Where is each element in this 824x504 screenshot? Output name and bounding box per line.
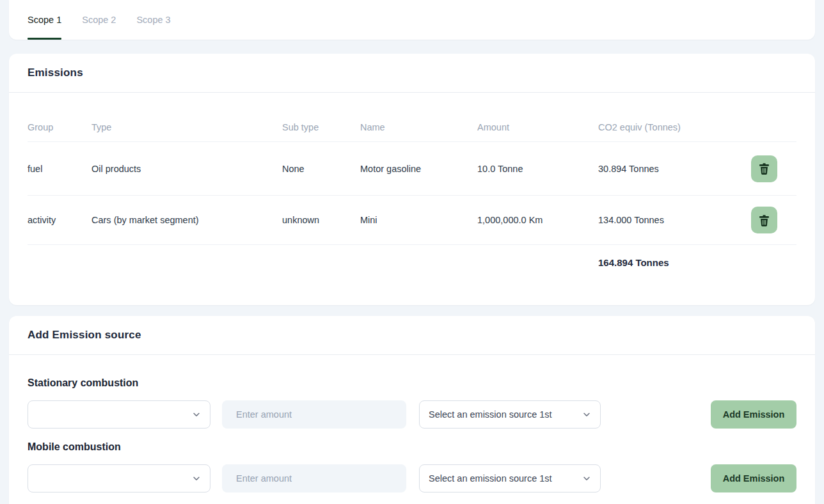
add-emission-card: Add Emission source Stationary combustio… [9,316,815,504]
emissions-header: Emissions [9,54,815,93]
emission-source-select-value: Select an emission source 1st [429,409,552,420]
tab-scope-2[interactable]: Scope 2 [82,0,116,40]
trash-icon [757,214,771,227]
cell-sub-type: None [282,164,360,174]
amount-input[interactable] [222,400,406,429]
page: Scope 1 Scope 2 Scope 3 Emissions Group … [0,0,824,504]
tab-scope-1-label: Scope 1 [28,15,61,25]
cell-name: Motor gasoline [360,164,477,174]
cell-amount: 1,000,000.0 Km [477,215,598,225]
cell-co2: 134.000 Tonnes [598,215,751,225]
emission-source-select-value: Select an emission source 1st [429,473,552,484]
cell-name: Mini [360,215,477,225]
emission-source-select[interactable]: Select an emission source 1st [419,400,601,429]
total-co2-value: 164.894 Tonnes [598,245,751,268]
add-emission-title: Add Emission source [28,329,796,342]
chevron-down-icon [582,474,591,483]
col-header-actions [751,132,796,141]
emissions-table-header: Group Type Sub type Name Amount CO2 equi… [28,93,796,142]
tab-scope-3-label: Scope 3 [136,15,170,25]
add-emission-body: Stationary combustion Select an emission… [9,377,815,492]
delete-row-button[interactable] [751,207,777,233]
table-row: fuel Oil products None Motor gasoline 10… [28,142,796,196]
mobile-combustion-form: Select an emission source 1st Add Emissi… [28,464,796,492]
col-header-group: Group [28,122,91,141]
add-emission-button[interactable]: Add Emission [711,464,796,492]
tab-scope-2-label: Scope 2 [82,15,116,25]
chevron-down-icon [582,410,591,419]
cell-co2: 30.894 Tonnes [598,164,751,174]
scope-tabs-card: Scope 1 Scope 2 Scope 3 [9,0,815,40]
col-header-name: Name [360,122,477,141]
cell-actions [751,207,796,233]
category-select[interactable] [28,464,210,492]
amount-input[interactable] [222,464,406,492]
add-emission-header: Add Emission source [9,316,815,355]
trash-icon [757,162,771,175]
emissions-table: Group Type Sub type Name Amount CO2 equi… [28,93,796,285]
tab-scope-1[interactable]: Scope 1 [28,0,61,40]
cell-group: fuel [28,164,91,174]
scope-tabs: Scope 1 Scope 2 Scope 3 [28,0,796,40]
cell-type: Cars (by market segment) [91,215,282,225]
col-header-amount: Amount [477,122,598,141]
section-title-stationary-combustion: Stationary combustion [28,377,796,389]
category-select[interactable] [28,400,210,429]
cell-type: Oil products [91,164,282,174]
stationary-combustion-form: Select an emission source 1st Add Emissi… [28,400,796,429]
col-header-sub-type: Sub type [282,122,360,141]
cell-actions [751,155,796,182]
col-header-type: Type [91,122,282,141]
add-emission-button[interactable]: Add Emission [711,400,796,429]
chevron-down-icon [192,410,201,419]
chevron-down-icon [192,474,201,483]
cell-group: activity [28,215,91,225]
section-title-mobile-combustion: Mobile combustion [28,441,796,453]
table-total-row: 164.894 Tonnes [28,245,796,285]
col-header-co2: CO2 equiv (Tonnes) [598,122,751,141]
cell-sub-type: unknown [282,215,360,225]
tab-scope-3[interactable]: Scope 3 [136,0,170,40]
table-row: activity Cars (by market segment) unknow… [28,196,796,245]
emission-source-select[interactable]: Select an emission source 1st [419,464,601,492]
emissions-title: Emissions [28,67,796,79]
delete-row-button[interactable] [751,155,777,182]
cell-amount: 10.0 Tonne [477,164,598,174]
emissions-card: Emissions Group Type Sub type Name Amoun… [9,54,815,305]
